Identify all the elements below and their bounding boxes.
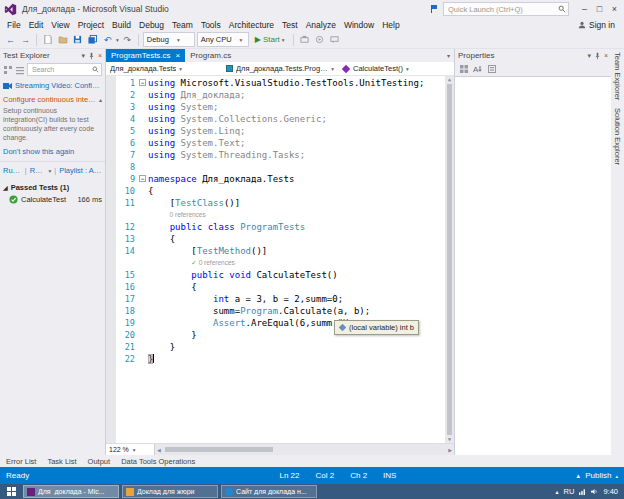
show-hidden-icons-button[interactable]: ▴ [556, 488, 559, 495]
passed-tests-group-header[interactable]: ◢ Passed Tests (1) [0, 179, 105, 194]
breakpoint-margin[interactable] [106, 113, 116, 125]
breakpoint-margin[interactable] [106, 293, 116, 305]
volume-icon[interactable] [591, 488, 598, 495]
taskbar-app-visual-studio[interactable]: Для_доклада - Mic... [23, 485, 119, 498]
breakpoint-margin[interactable] [106, 125, 116, 137]
menu-edit[interactable]: Edit [25, 20, 48, 30]
redo-icon[interactable]: ↷ [121, 33, 134, 46]
test-search-box[interactable] [27, 63, 102, 76]
undo-icon[interactable]: ↶ [101, 33, 114, 46]
breakpoint-margin[interactable] [106, 245, 116, 257]
run-link[interactable]: Run... [30, 166, 46, 175]
side-tab-solution-explorer[interactable]: Solution Explorer [613, 108, 622, 165]
menu-test[interactable]: Test [278, 20, 302, 30]
breakpoint-margin[interactable] [106, 77, 116, 89]
playlist-link[interactable]: Playlist : All Te... [59, 166, 102, 175]
menu-file[interactable]: File [3, 20, 25, 30]
codelens-references[interactable]: 0 references [199, 257, 235, 269]
editor-tab-programtests-cs[interactable]: ProgramTests.cs× [106, 49, 185, 62]
save-icon[interactable] [71, 33, 84, 46]
vertical-scrollbar[interactable]: ▲ ▼ [445, 76, 454, 443]
streaming-video-link[interactable]: Streaming Video: Configure co [15, 81, 102, 90]
breakpoint-margin[interactable] [106, 161, 116, 173]
dismiss-link[interactable]: Don't show this again [3, 147, 74, 156]
scroll-right-icon[interactable]: ▶ [446, 447, 454, 453]
menu-help[interactable]: Help [378, 20, 403, 30]
code-editor[interactable]: 1−using Microsoft.VisualStudio.TestTools… [106, 76, 454, 443]
breakpoint-margin[interactable] [106, 329, 116, 341]
quick-launch-box[interactable] [443, 2, 569, 16]
breakpoint-margin[interactable] [106, 257, 116, 269]
vertical-scrollbar-thumb[interactable] [447, 84, 452, 435]
menu-architecture[interactable]: Architecture [225, 20, 278, 30]
navbar-dropdown-1[interactable]: Для_доклада.Tests.ProgramTests▾ [222, 64, 338, 73]
quick-launch-input[interactable] [446, 4, 558, 15]
breakpoint-margin[interactable] [106, 233, 116, 245]
clock[interactable]: 9:40 [603, 487, 618, 496]
editor-tab-program-cs[interactable]: Program.cs [185, 49, 236, 62]
breakpoint-margin[interactable] [106, 209, 116, 221]
breakpoint-margin[interactable] [106, 353, 116, 365]
navbar-dropdown-2[interactable]: CalculateTest()▾ [338, 64, 454, 73]
property-pages-icon[interactable] [487, 64, 497, 74]
breakpoint-margin[interactable] [106, 137, 116, 149]
breakpoint-margin[interactable] [106, 185, 116, 197]
breakpoint-margin[interactable] [106, 305, 116, 317]
navigate-forward-icon[interactable]: → [19, 33, 32, 46]
close-panel-icon[interactable]: × [98, 52, 102, 59]
side-tab-team-explorer[interactable]: Team Explorer [613, 52, 622, 100]
maximize-button[interactable]: □ [592, 2, 607, 16]
test-result-item[interactable]: CalculateTest 166 ms [0, 194, 105, 205]
tab-overflow-icon[interactable]: ▾ [447, 49, 454, 62]
collapse-region-icon[interactable]: − [139, 79, 146, 86]
feedback-flag-icon[interactable] [429, 4, 439, 14]
scroll-up-icon[interactable]: ▲ [448, 76, 451, 83]
codelens-references[interactable]: 0 references [170, 209, 206, 221]
bottom-tab-error-list[interactable]: Error List [6, 457, 36, 466]
run-all-link[interactable]: Run All [3, 166, 22, 175]
minimize-button[interactable]: – [577, 2, 592, 16]
horizontal-scrollbar-thumb[interactable] [165, 447, 273, 452]
close-tab-icon[interactable]: × [176, 52, 181, 60]
breakpoint-margin[interactable] [106, 221, 116, 233]
run-tests-icon[interactable] [3, 65, 13, 75]
open-file-icon[interactable] [56, 33, 69, 46]
taskbar-app-folder[interactable]: Доклад для жюри [122, 485, 218, 498]
scroll-left-icon[interactable]: ◀ [155, 447, 163, 453]
navbar-dropdown-0[interactable]: Для_доклада.Tests▾ [106, 64, 222, 73]
network-icon[interactable] [579, 488, 586, 495]
breakpoint-margin[interactable] [106, 281, 116, 293]
collapse-up-icon[interactable]: ▴ [99, 96, 102, 103]
scroll-down-icon[interactable]: ▼ [448, 436, 451, 443]
menu-view[interactable]: View [47, 20, 73, 30]
horizontal-scrollbar[interactable]: ◀ ▶ [155, 444, 454, 455]
solution-configurations-dropdown[interactable]: Debug ▾ [143, 32, 195, 47]
build-icon[interactable] [298, 33, 311, 46]
comment-icon[interactable] [328, 33, 341, 46]
save-all-icon[interactable] [86, 33, 99, 46]
breakpoint-margin[interactable] [106, 269, 116, 281]
bottom-tab-output[interactable]: Output [88, 457, 111, 466]
breakpoint-margin[interactable] [106, 149, 116, 161]
pin-icon[interactable] [88, 52, 95, 60]
undo-dropdown-icon[interactable]: ▾ [116, 37, 119, 43]
bottom-tab-task-list[interactable]: Task List [47, 457, 76, 466]
menu-build[interactable]: Build [108, 20, 135, 30]
navigate-back-icon[interactable]: ← [4, 33, 17, 46]
solution-platforms-dropdown[interactable]: Any CPU ▾ [197, 32, 249, 47]
alphabetical-icon[interactable]: A [473, 64, 483, 74]
step-icon[interactable] [313, 33, 326, 46]
sign-in-button[interactable]: Sign in [578, 20, 621, 30]
menu-window[interactable]: Window [340, 20, 378, 30]
properties-header[interactable]: Properties ▾ × [455, 49, 611, 62]
menu-team[interactable]: Team [168, 20, 197, 30]
bottom-tab-data-tools-operations[interactable]: Data Tools Operations [121, 457, 195, 466]
breakpoint-margin[interactable] [106, 173, 116, 185]
group-by-icon[interactable] [15, 65, 25, 75]
breakpoint-margin[interactable] [106, 89, 116, 101]
breakpoint-margin[interactable] [106, 101, 116, 113]
menu-analyze[interactable]: Analyze [302, 20, 340, 30]
start-button[interactable] [2, 484, 20, 499]
pin-icon[interactable] [594, 52, 601, 60]
test-explorer-header[interactable]: Test Explorer ▾ × [0, 49, 105, 62]
